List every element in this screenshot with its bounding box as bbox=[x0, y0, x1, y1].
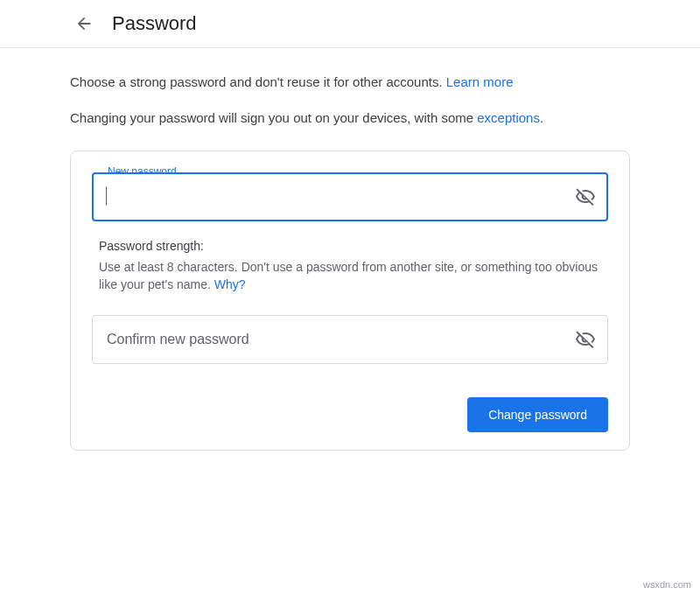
confirm-password-field bbox=[92, 315, 608, 364]
password-card: New password Password strength: Use at l… bbox=[70, 150, 630, 451]
new-password-field: New password bbox=[92, 172, 608, 221]
back-arrow-icon[interactable] bbox=[74, 13, 94, 34]
intro-line-1: Choose a strong password and don't reuse… bbox=[70, 73, 630, 93]
new-password-input[interactable] bbox=[92, 172, 608, 221]
intro-line-2: Changing your password will sign you out… bbox=[70, 108, 630, 129]
strength-hint-text: Use at least 8 characters. Don't use a p… bbox=[99, 258, 601, 294]
why-link[interactable]: Why? bbox=[214, 277, 246, 291]
learn-more-link[interactable]: Learn more bbox=[446, 74, 514, 89]
visibility-off-icon[interactable] bbox=[575, 329, 596, 350]
password-strength: Password strength: Use at least 8 charac… bbox=[99, 239, 601, 294]
intro-text-1: Choose a strong password and don't reuse… bbox=[70, 74, 446, 89]
strength-hint: Use at least 8 characters. Don't use a p… bbox=[99, 260, 598, 291]
change-password-button[interactable]: Change password bbox=[467, 397, 608, 432]
page-title: Password bbox=[112, 12, 197, 35]
strength-title: Password strength: bbox=[99, 239, 601, 253]
intro-period: . bbox=[540, 110, 543, 125]
watermark: wsxdn.com bbox=[643, 579, 691, 590]
exceptions-link[interactable]: exceptions bbox=[477, 110, 540, 125]
page-header: Password bbox=[0, 0, 700, 48]
form-actions: Change password bbox=[92, 397, 608, 432]
intro-text-2: Changing your password will sign you out… bbox=[70, 110, 477, 125]
confirm-password-input[interactable] bbox=[92, 315, 608, 364]
text-caret bbox=[106, 186, 107, 206]
visibility-off-icon[interactable] bbox=[575, 186, 596, 207]
content: Choose a strong password and don't reuse… bbox=[0, 48, 700, 451]
